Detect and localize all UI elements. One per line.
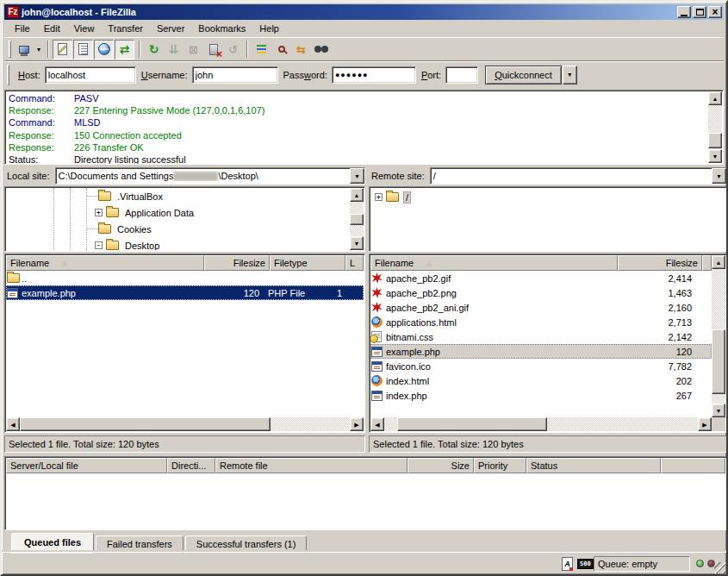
cancel-operation-icon[interactable]: ⊠ [184, 40, 203, 59]
local-site-dropdown-icon[interactable]: ▼ [350, 168, 364, 184]
log-scrollbar[interactable]: ▲ ▼ [708, 91, 722, 163]
expand-icon[interactable]: + [375, 193, 383, 201]
password-input[interactable] [332, 66, 416, 84]
scroll-left-icon[interactable]: ◀ [6, 417, 20, 431]
toggle-message-log-icon[interactable] [53, 40, 72, 59]
queue-header-server-local-file[interactable]: Server/Local file [6, 458, 167, 473]
queue-header-priority[interactable]: Priority [474, 458, 526, 473]
tree-item-root[interactable]: + / [370, 189, 726, 205]
menu-view[interactable]: View [67, 22, 102, 35]
log-line: Command:PASV [6, 92, 707, 104]
tree-item[interactable]: +Application Data [6, 204, 350, 221]
column-header-filesize[interactable]: Filesize [204, 255, 270, 271]
window-title: john@localhost - FileZilla [22, 7, 675, 17]
remote-vscrollbar[interactable]: ▲ ▼ [712, 255, 725, 417]
site-manager-icon[interactable] [14, 40, 34, 59]
file-row[interactable]: apache_pb2.gif2,414 [370, 271, 712, 285]
host-input[interactable] [45, 66, 136, 84]
data-type-indicator-icon[interactable]: A [562, 557, 573, 571]
remote-path: / [431, 171, 712, 181]
site-manager-dropdown-icon[interactable]: ▼ [34, 40, 44, 59]
column-header-filesize[interactable]: Filesize [618, 255, 702, 271]
menu-help[interactable]: Help [252, 22, 286, 35]
tab-successful-transfers[interactable]: Successful transfers (1) [185, 535, 308, 554]
refresh-icon[interactable]: ↻ [144, 40, 164, 59]
local-tree-scrollbar[interactable]: ▲ ▼ [350, 188, 364, 250]
minimize-button[interactable] [677, 6, 691, 18]
local-hscrollbar[interactable]: ◀ ▶ [6, 417, 364, 431]
local-pane: Local site: C:\Documents and Settings\De… [4, 167, 365, 453]
tree-item[interactable]: -Desktop [6, 237, 350, 250]
column-header-filename[interactable]: Filename [6, 255, 204, 271]
tree-item[interactable]: Cookies [6, 221, 350, 237]
file-row[interactable]: apache_pb2_ani.gif2,160 [370, 300, 712, 315]
column-header-last-modified[interactable]: L [345, 255, 364, 271]
remote-hscrollbar-thumb[interactable] [397, 417, 548, 431]
maximize-button[interactable] [693, 6, 706, 18]
scroll-right-icon[interactable]: ▶ [698, 417, 712, 431]
queue-header-direction[interactable]: Directi... [167, 458, 215, 473]
file-row[interactable]: index.html202 [370, 373, 712, 388]
local-site-combo[interactable]: C:\Documents and Settings\Desktop\ ▼ [55, 167, 365, 185]
expand-icon[interactable]: + [95, 209, 103, 216]
tree-item[interactable]: .VirtualBox [6, 188, 350, 204]
process-queue-icon[interactable]: ⇊ [164, 40, 184, 59]
resize-grip[interactable] [714, 562, 725, 573]
remote-site-combo[interactable]: / ▼ [430, 167, 727, 185]
toggle-remote-tree-icon[interactable] [94, 40, 114, 59]
quickconnect-grip[interactable] [7, 65, 9, 85]
log-scrollbar-thumb[interactable] [708, 133, 722, 148]
toggle-transfer-queue-icon[interactable]: ⇄ [115, 40, 134, 59]
menu-file[interactable]: File [8, 22, 37, 35]
username-input[interactable] [192, 66, 278, 84]
local-hscrollbar-thumb[interactable] [20, 417, 271, 431]
menu-bookmarks[interactable]: Bookmarks [191, 22, 252, 35]
column-header-filename[interactable]: Filename [370, 255, 618, 271]
toolbar-separator [139, 41, 140, 58]
remote-hscrollbar[interactable]: ◀ ▶ [370, 417, 712, 431]
speed-limits-icon[interactable]: 500 [577, 559, 594, 569]
file-row-example-php[interactable]: example.php120 [370, 344, 712, 359]
queue-header-size[interactable]: Size [408, 458, 474, 473]
tab-queued-files[interactable]: Queued files [11, 533, 94, 554]
local-tree-scrollbar-thumb[interactable] [350, 214, 364, 225]
quickconnect-button[interactable]: Quickconnect [485, 66, 562, 85]
menu-server[interactable]: Server [150, 22, 191, 35]
close-button[interactable]: × [708, 6, 722, 18]
scroll-up-icon[interactable]: ▲ [708, 91, 722, 105]
tab-failed-transfers[interactable]: Failed transfers [96, 535, 184, 554]
file-row[interactable]: favicon.ico7,782 [370, 359, 712, 373]
scroll-down-icon[interactable]: ▼ [350, 236, 364, 250]
collapse-icon[interactable]: - [95, 241, 103, 249]
find-files-icon[interactable] [311, 40, 331, 59]
scroll-down-icon[interactable]: ▼ [712, 404, 725, 417]
queue-header-status[interactable]: Status [526, 458, 661, 473]
port-input[interactable] [445, 66, 478, 84]
filter-icon[interactable] [252, 40, 271, 59]
scroll-up-icon[interactable]: ▲ [712, 255, 725, 269]
disconnect-icon[interactable]: × [203, 40, 223, 59]
reconnect-icon[interactable]: ↺ [223, 40, 243, 59]
menu-edit[interactable]: Edit [37, 22, 67, 35]
local-path: C:\Documents and Settings\Desktop\ [56, 171, 350, 181]
file-row[interactable]: applications.html2,713 [370, 315, 712, 329]
quickconnect-dropdown-icon[interactable]: ▼ [563, 66, 577, 85]
toolbar-grip[interactable] [9, 41, 11, 58]
file-row[interactable]: index.php267 [370, 388, 712, 403]
queue-header-remote-file[interactable]: Remote file [215, 458, 408, 473]
file-row-example-php[interactable]: example.php 120 PHP File 1 [6, 285, 364, 300]
scroll-up-icon[interactable]: ▲ [350, 188, 364, 202]
remote-site-dropdown-icon[interactable]: ▼ [712, 168, 726, 184]
scroll-down-icon[interactable]: ▼ [708, 149, 722, 163]
synchronized-browsing-icon[interactable]: ⇆ [291, 40, 311, 59]
remote-vscrollbar-thumb[interactable] [712, 329, 725, 394]
directory-comparison-icon[interactable] [271, 40, 291, 59]
file-row[interactable]: bitnami.css2,142 [370, 329, 712, 344]
column-header-filetype[interactable]: Filetype [270, 255, 345, 271]
file-row-parent-dir[interactable]: .. [6, 271, 364, 285]
toggle-local-tree-icon[interactable] [73, 40, 93, 59]
file-row[interactable]: apache_pb2.png1,463 [370, 285, 712, 300]
scroll-right-icon[interactable]: ▶ [350, 417, 364, 431]
menu-transfer[interactable]: Transfer [101, 22, 150, 35]
scroll-left-icon[interactable]: ◀ [370, 417, 384, 431]
